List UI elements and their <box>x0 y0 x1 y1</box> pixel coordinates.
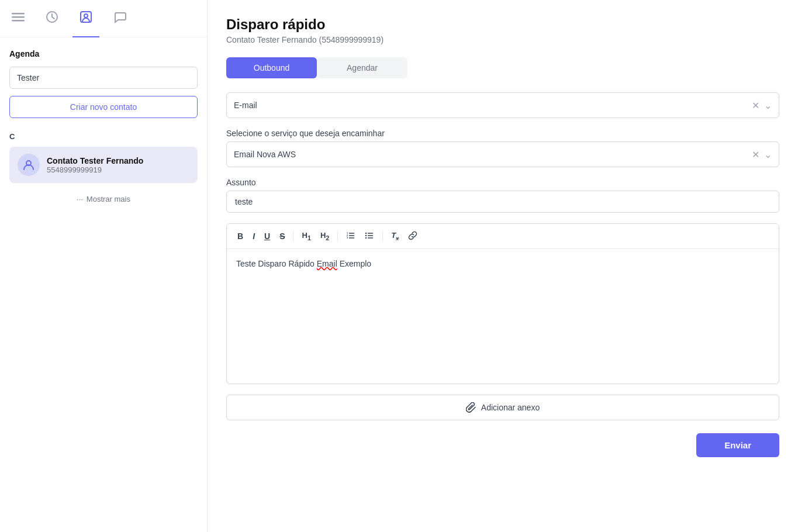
tab-agendar[interactable]: Agendar <box>317 57 407 78</box>
submit-button[interactable]: Enviar <box>696 433 779 457</box>
contact-item[interactable]: Contato Tester Fernando 5548999999919 <box>9 147 198 183</box>
channel-select-label: E-mail <box>234 101 752 110</box>
editor-toolbar: B I U S H1 H2 1 2 3 <box>227 224 779 249</box>
tab-group: Outbound Agendar <box>226 57 407 78</box>
service-select-icons: ✕ ⌄ <box>752 149 772 160</box>
clear-icon[interactable]: ✕ <box>752 100 759 111</box>
svg-point-18 <box>365 233 367 234</box>
select-icons: ✕ ⌄ <box>752 100 772 111</box>
contact-name: Contato Tester Fernando <box>47 156 143 165</box>
avatar <box>18 154 40 176</box>
sidebar: Agenda Criar novo contato C Contato Test… <box>0 0 208 532</box>
service-label: Selecione o serviço que deseja encaminha… <box>226 129 779 138</box>
sidebar-icon-bar <box>0 0 207 37</box>
toolbar-italic[interactable]: I <box>249 230 258 243</box>
page-title: Disparo rápido <box>226 16 779 33</box>
create-contact-button[interactable]: Criar novo contato <box>9 96 198 118</box>
subject-section: Assunto <box>226 178 779 213</box>
svg-point-7 <box>84 14 88 18</box>
show-more-button[interactable]: ··· Mostrar mais <box>9 189 198 209</box>
subject-label: Assunto <box>226 178 779 187</box>
subject-input[interactable] <box>226 191 779 213</box>
add-attachment-label: Adicionar anexo <box>481 403 540 412</box>
toolbar-h1[interactable]: H1 <box>298 229 314 243</box>
contact-phone: 5548999999919 <box>47 165 143 174</box>
clock-icon[interactable] <box>43 8 61 29</box>
toolbar-ordered-list[interactable]: 1 2 3 <box>343 229 359 244</box>
svg-point-19 <box>365 235 367 236</box>
form-section: E-mail ✕ ⌄ Selecione o serviço que desej… <box>226 92 779 457</box>
agenda-title: Agenda <box>9 49 198 58</box>
chevron-down-icon[interactable]: ⌄ <box>764 100 772 111</box>
toolbar-divider-2 <box>337 231 338 241</box>
channel-select[interactable]: E-mail ✕ ⌄ <box>226 92 779 118</box>
menu-icon[interactable] <box>9 8 27 29</box>
svg-rect-0 <box>12 13 25 15</box>
main-content: Disparo rápido Contato Tester Fernando (… <box>208 0 798 532</box>
tab-outbound[interactable]: Outbound <box>226 57 317 78</box>
svg-rect-2 <box>12 20 25 22</box>
svg-rect-1 <box>12 16 25 18</box>
toolbar-clear-format[interactable]: Tx <box>388 229 402 244</box>
toolbar-bold[interactable]: B <box>234 230 247 243</box>
editor-body[interactable]: Teste Disparo Rápido Email Exemplo <box>227 249 779 384</box>
chevron-down-icon[interactable]: ⌄ <box>764 149 772 160</box>
toolbar-strikethrough[interactable]: S <box>276 230 288 243</box>
svg-point-20 <box>365 237 367 239</box>
contacts-icon[interactable] <box>77 8 95 29</box>
toolbar-unordered-list[interactable] <box>361 229 378 244</box>
show-more-label: Mostrar mais <box>87 195 130 203</box>
search-input[interactable] <box>9 67 198 89</box>
toolbar-h2[interactable]: H2 <box>317 229 333 243</box>
toolbar-underline[interactable]: U <box>261 230 274 243</box>
service-select[interactable]: Email Nova AWS ✕ ⌄ <box>226 141 779 167</box>
submit-row: Enviar <box>226 433 779 457</box>
editor-container: B I U S H1 H2 1 2 3 <box>226 223 779 384</box>
page-subtitle: Contato Tester Fernando (5548999999919) <box>226 35 779 44</box>
editor-content-text: Teste Disparo Rápido <box>236 259 317 268</box>
ellipsis-icon: ··· <box>77 195 83 203</box>
sidebar-content: Agenda Criar novo contato C Contato Test… <box>0 37 207 221</box>
contact-info: Contato Tester Fernando 5548999999919 <box>47 156 143 174</box>
editor-content-spell: Email <box>317 259 337 268</box>
section-letter-c: C <box>9 132 198 141</box>
svg-text:3: 3 <box>347 236 348 239</box>
clear-icon[interactable]: ✕ <box>752 149 759 160</box>
toolbar-divider-3 <box>382 231 383 241</box>
toolbar-link[interactable] <box>405 229 421 244</box>
service-select-label: Email Nova AWS <box>234 150 752 159</box>
editor-content-after: Exemplo <box>337 259 371 268</box>
svg-line-5 <box>52 17 54 19</box>
add-attachment-button[interactable]: Adicionar anexo <box>226 395 779 420</box>
toolbar-divider-1 <box>293 231 293 241</box>
speech-icon[interactable] <box>111 8 129 29</box>
service-section: Selecione o serviço que deseja encaminha… <box>226 129 779 167</box>
paperclip-icon <box>466 402 476 413</box>
